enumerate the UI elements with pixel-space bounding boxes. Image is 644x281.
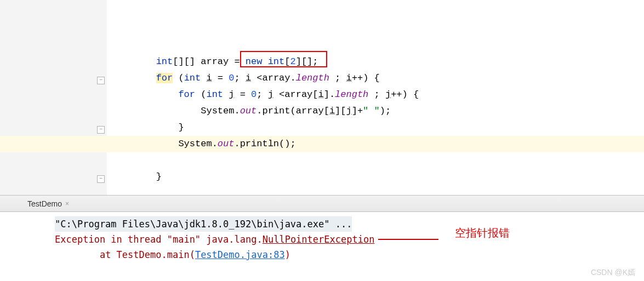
- fold-icon[interactable]: −: [97, 175, 105, 183]
- code-line[interactable]: for (int i = 0; i <array.length ; i++) {: [111, 70, 644, 87]
- watermark: CSDN @K嫣: [591, 268, 635, 278]
- close-icon[interactable]: ×: [65, 200, 69, 208]
- code-line[interactable]: System.out.print(array[i][j]+" ");: [111, 103, 644, 119]
- fold-icon[interactable]: −: [97, 77, 105, 84]
- code-line[interactable]: [111, 152, 644, 169]
- tab-testdemo[interactable]: TestDemo ×: [22, 196, 75, 211]
- code-line[interactable]: System.out.println();: [0, 136, 644, 152]
- code-line[interactable]: }: [111, 119, 644, 136]
- annotation-text: 空指针报错: [455, 226, 510, 240]
- console-output[interactable]: "C:\Program Files\Java\jdk1.8.0_192\bin\…: [0, 212, 644, 262]
- console-line-at: at TestDemo.main(TestDemo.java:83): [55, 247, 644, 262]
- tab-label: TestDemo: [27, 199, 62, 208]
- editor-gutter-left: [0, 0, 88, 195]
- code-line[interactable]: for (int j = 0; j <array[i].length ; j++…: [111, 87, 644, 103]
- code-line[interactable]: }: [111, 169, 644, 185]
- code-content[interactable]: int[][] array = new int[2][]; for (int i…: [107, 0, 644, 195]
- code-editor[interactable]: − − − int[][] array = new int[2][]; for …: [0, 0, 644, 195]
- fold-icon[interactable]: −: [97, 126, 105, 134]
- annotation-underline: [378, 239, 438, 240]
- console-tabbar: TestDemo ×: [0, 195, 644, 212]
- stacktrace-link[interactable]: TestDemo.java:83: [195, 249, 285, 260]
- console-line-cmd: "C:\Program Files\Java\jdk1.8.0_192\bin\…: [55, 216, 644, 232]
- code-blank: [111, 0, 644, 54]
- editor-gutter-fold: − − −: [88, 0, 107, 195]
- code-line[interactable]: int[][] array = new int[2][];: [111, 54, 644, 70]
- console-line-exception: Exception in thread "main" java.lang.Nul…: [55, 232, 644, 247]
